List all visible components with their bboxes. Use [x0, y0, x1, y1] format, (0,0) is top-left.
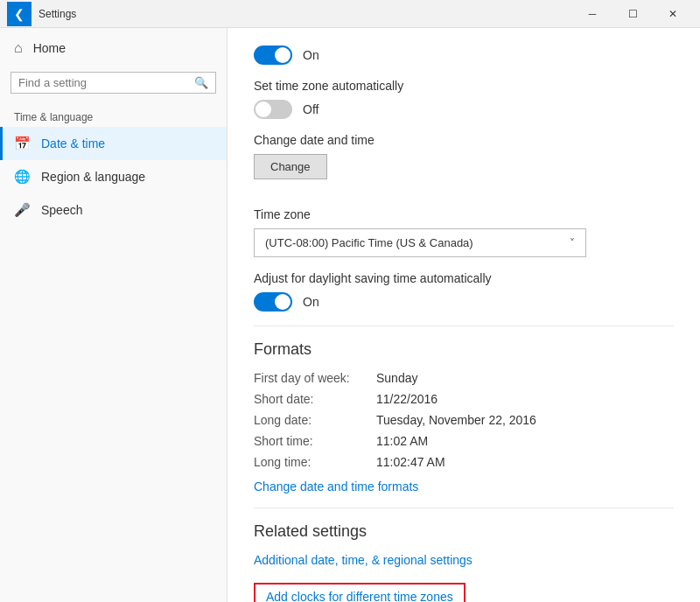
change-datetime-label: Change date and time: [254, 133, 674, 147]
format-key-0: First day of week:: [254, 371, 376, 385]
sidebar-section-label: Time & language: [0, 104, 227, 127]
format-val-0: Sunday: [376, 371, 674, 385]
timezone-dropdown[interactable]: (UTC-08:00) Pacific Time (US & Canada) ˅: [254, 228, 586, 257]
sidebar-item-home[interactable]: ⌂ Home: [0, 28, 227, 68]
format-key-4: Long time:: [254, 455, 376, 469]
daylight-saving-toggle[interactable]: [254, 292, 292, 312]
format-val-2: Tuesday, November 22, 2016: [376, 413, 674, 427]
close-button[interactable]: ✕: [653, 0, 693, 28]
auto-timezone-label: Set time zone automatically: [254, 79, 674, 93]
home-icon: ⌂: [14, 40, 23, 56]
auto-timezone-state-label: Off: [303, 102, 318, 116]
titlebar-title: Settings: [38, 8, 572, 20]
timezone-label: Time zone: [254, 207, 674, 221]
timezone-value: (UTC-08:00) Pacific Time (US & Canada): [265, 236, 473, 249]
calendar-icon: 📅: [14, 136, 31, 151]
chevron-down-icon: ˅: [570, 237, 575, 249]
search-box[interactable]: 🔍: [10, 72, 216, 94]
auto-time-label: On: [303, 48, 319, 62]
sidebar-item-date-time[interactable]: 📅 Date & time: [0, 127, 227, 160]
auto-timezone-row: Off: [254, 100, 674, 119]
format-key-3: Short time:: [254, 434, 376, 448]
sidebar-item-speech-label: Speech: [41, 203, 82, 217]
search-icon: 🔍: [194, 76, 208, 89]
formats-table: First day of week: Sunday Short date: 11…: [254, 371, 674, 469]
add-clocks-link[interactable]: Add clocks for different time zones: [254, 583, 466, 602]
regional-settings-link[interactable]: Additional date, time, & regional settin…: [254, 553, 472, 567]
sidebar-item-region-language[interactable]: 🌐 Region & language: [0, 160, 227, 193]
change-formats-link[interactable]: Change date and time formats: [254, 480, 418, 494]
speech-icon: 🎤: [14, 202, 31, 218]
minimize-button[interactable]: ─: [572, 0, 612, 28]
format-val-4: 11:02:47 AM: [376, 455, 674, 469]
daylight-saving-label: Adjust for daylight saving time automati…: [254, 271, 674, 285]
back-button[interactable]: ❮: [7, 2, 32, 26]
format-val-1: 11/22/2016: [376, 392, 674, 406]
content-area: On Set time zone automatically Off Chang…: [228, 28, 700, 602]
sidebar: ⌂ Home 🔍 Time & language 📅 Date & time 🌐…: [0, 28, 228, 602]
format-val-3: 11:02 AM: [376, 434, 674, 448]
search-input[interactable]: [18, 76, 189, 89]
divider-2: [254, 508, 674, 508]
maximize-button[interactable]: ☐: [612, 0, 653, 28]
titlebar: ❮ Settings ─ ☐ ✕: [0, 0, 700, 28]
auto-timezone-toggle[interactable]: [254, 100, 292, 119]
related-link-regional: Additional date, time, & regional settin…: [254, 553, 674, 567]
sidebar-item-speech[interactable]: 🎤 Speech: [0, 193, 227, 227]
sidebar-item-region-label: Region & language: [41, 170, 145, 184]
sidebar-home-label: Home: [33, 41, 66, 55]
daylight-saving-row: On: [254, 292, 674, 312]
app-container: ⌂ Home 🔍 Time & language 📅 Date & time 🌐…: [0, 28, 700, 602]
auto-time-row: On: [254, 46, 674, 65]
daylight-saving-state-label: On: [303, 295, 319, 309]
sidebar-item-date-time-label: Date & time: [41, 136, 105, 150]
divider-1: [254, 326, 674, 326]
auto-time-toggle[interactable]: [254, 46, 292, 65]
titlebar-controls: ─ ☐ ✕: [572, 0, 693, 28]
format-key-1: Short date:: [254, 392, 376, 406]
change-button[interactable]: Change: [254, 154, 327, 179]
formats-title: Formats: [254, 340, 674, 359]
region-icon: 🌐: [14, 169, 31, 185]
format-key-2: Long date:: [254, 413, 376, 427]
related-link-clocks-container: Add clocks for different time zones: [254, 576, 674, 602]
related-settings-title: Related settings: [254, 522, 674, 541]
